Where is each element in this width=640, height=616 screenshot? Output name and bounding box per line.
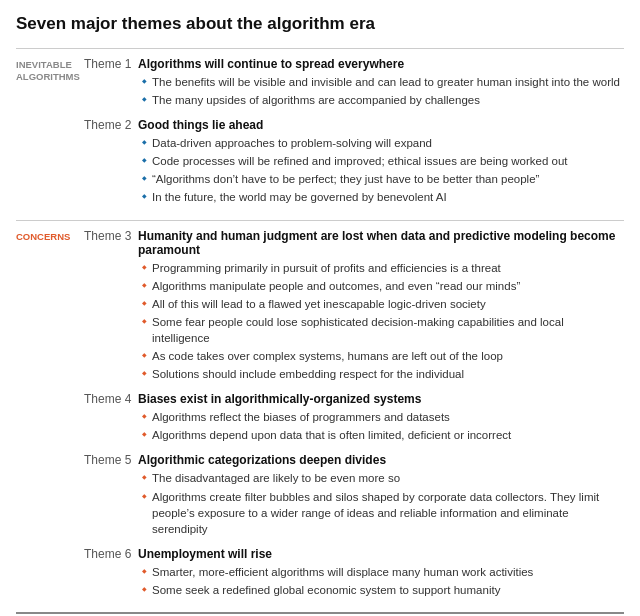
theme-bullets: Algorithms reflect the biases of program…: [84, 409, 624, 443]
section-group-0: INEVITABLE ALGORITHMSTheme 1Algorithms w…: [16, 48, 624, 220]
section-label-1: CONCERNS: [16, 229, 84, 608]
page: Seven major themes about the algorithm e…: [0, 0, 640, 616]
theme-header-0: Theme 1Algorithms will continue to sprea…: [84, 57, 624, 71]
list-item: Smarter, more-efficient algorithms will …: [142, 564, 624, 580]
list-item: Algorithms reflect the biases of program…: [142, 409, 624, 425]
list-item: All of this will lead to a flawed yet in…: [142, 296, 624, 312]
theme-header-1: Theme 2Good things lie ahead: [84, 118, 624, 132]
theme-theme-2: Theme 2Good things lie aheadData-driven …: [84, 118, 624, 205]
theme-header-1: Theme 4Biases exist in algorithmically-o…: [84, 392, 624, 406]
theme-number: Theme 1: [84, 57, 138, 71]
theme-theme-5: Theme 5Algorithmic categorizations deepe…: [84, 453, 624, 536]
list-item: Code processes will be refined and impro…: [142, 153, 624, 169]
theme-theme-3: Theme 3Humanity and human judgment are l…: [84, 229, 624, 383]
list-item: Algorithms create filter bubbles and sil…: [142, 489, 624, 537]
theme-number: Theme 3: [84, 229, 138, 243]
themes-block-1: Theme 3Humanity and human judgment are l…: [84, 229, 624, 608]
list-item: Data-driven approaches to problem-solvin…: [142, 135, 624, 151]
theme-number: Theme 5: [84, 453, 138, 467]
themes-block-0: Theme 1Algorithms will continue to sprea…: [84, 57, 624, 216]
theme-bullets: Programming primarily in pursuit of prof…: [84, 260, 624, 383]
theme-number: Theme 4: [84, 392, 138, 406]
list-item: Algorithms depend upon data that is ofte…: [142, 427, 624, 443]
theme-theme-1: Theme 1Algorithms will continue to sprea…: [84, 57, 624, 108]
theme-title: Unemployment will rise: [138, 547, 624, 561]
list-item: Programming primarily in pursuit of prof…: [142, 260, 624, 276]
theme-title: Good things lie ahead: [138, 118, 624, 132]
section-label-0: INEVITABLE ALGORITHMS: [16, 57, 84, 216]
page-title: Seven major themes about the algorithm e…: [16, 14, 624, 34]
list-item: As code takes over complex systems, huma…: [142, 348, 624, 364]
theme-number: Theme 2: [84, 118, 138, 132]
theme-header-2: Theme 5Algorithmic categorizations deepe…: [84, 453, 624, 467]
list-item: The disadvantaged are likely to be even …: [142, 470, 624, 486]
theme-title: Algorithmic categorizations deepen divid…: [138, 453, 624, 467]
list-item: Algorithms manipulate people and outcome…: [142, 278, 624, 294]
list-item: The many upsides of algorithms are accom…: [142, 92, 624, 108]
theme-number: Theme 6: [84, 547, 138, 561]
theme-bullets: Data-driven approaches to problem-solvin…: [84, 135, 624, 205]
theme-header-3: Theme 6Unemployment will rise: [84, 547, 624, 561]
list-item: Some seek a redefined global economic sy…: [142, 582, 624, 598]
list-item: In the future, the world may be governed…: [142, 189, 624, 205]
list-item: The benefits will be visible and invisib…: [142, 74, 624, 90]
list-item: Some fear people could lose sophisticate…: [142, 314, 624, 346]
list-item: Solutions should include embedding respe…: [142, 366, 624, 382]
theme-theme-4: Theme 4Biases exist in algorithmically-o…: [84, 392, 624, 443]
theme-bullets: The disadvantaged are likely to be even …: [84, 470, 624, 536]
section-group-2: SOCIETAL CHALLENGESTheme 7The need grows…: [16, 612, 624, 616]
theme-title: Algorithms will continue to spread every…: [138, 57, 624, 71]
theme-header-0: Theme 3Humanity and human judgment are l…: [84, 229, 624, 257]
theme-title: Biases exist in algorithmically-organize…: [138, 392, 624, 406]
list-item: “Algorithms don’t have to be perfect; th…: [142, 171, 624, 187]
theme-title: Humanity and human judgment are lost whe…: [138, 229, 624, 257]
theme-bullets: Smarter, more-efficient algorithms will …: [84, 564, 624, 598]
theme-bullets: The benefits will be visible and invisib…: [84, 74, 624, 108]
theme-theme-6: Theme 6Unemployment will riseSmarter, mo…: [84, 547, 624, 598]
section-group-1: CONCERNSTheme 3Humanity and human judgme…: [16, 220, 624, 612]
